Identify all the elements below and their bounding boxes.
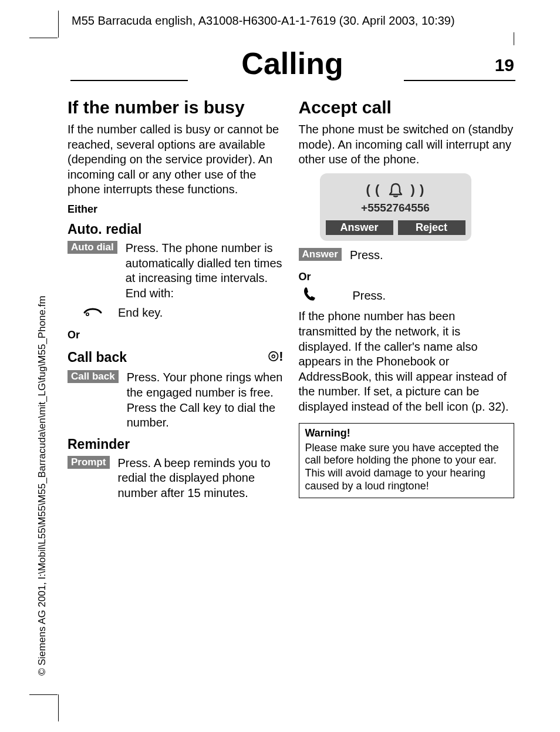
row-call-key: Press.	[299, 286, 515, 305]
softkey-auto-dial[interactable]: Auto dial	[68, 241, 117, 254]
warning-title: Warning!	[305, 427, 508, 439]
row-prompt: Prompt Press. A beep reminds you to redi…	[68, 456, 284, 501]
heading-reminder: Reminder	[68, 436, 284, 452]
crop-mark	[514, 32, 514, 45]
title-rule	[404, 80, 515, 81]
bell-icon	[387, 182, 404, 199]
intro-busy: If the number called is busy or cannot b…	[68, 122, 284, 197]
label-either: Either	[68, 203, 284, 216]
text-call-key-press: Press.	[353, 288, 515, 304]
text-answer-press: Press.	[350, 248, 514, 263]
para-caller-info: If the phone number has been transmitted…	[299, 309, 515, 414]
text-prompt: Press. A beep reminds you to redial the …	[118, 456, 284, 501]
side-copyright: © Siemens AG 2001, I:\Mobil\L55\M55\M55_…	[36, 296, 48, 676]
text-end-key: End key.	[118, 305, 284, 321]
text-auto-dial: Press. The phone number is automatically…	[126, 241, 284, 301]
crop-mark	[58, 694, 59, 721]
crop-mark	[29, 694, 58, 695]
chapter-title: Calling	[241, 46, 343, 80]
warning-box: Warning! Please make sure you have accep…	[299, 423, 515, 499]
softkey-call-back[interactable]: Call back	[68, 370, 119, 383]
phone-screen-mock: ( ( ) ) +5552764556 Answer Reject	[320, 173, 471, 241]
left-column: If the number is busy If the number call…	[68, 94, 284, 505]
page: M55 Barracuda english, A31008-H6300-A1-1…	[0, 0, 560, 732]
intro-accept: The phone must be switched on (standby m…	[299, 122, 515, 167]
title-rule	[70, 80, 188, 81]
end-key-icon	[68, 304, 118, 321]
incoming-number: +5552764556	[326, 202, 465, 214]
heading-busy: If the number is busy	[68, 98, 284, 117]
softkey-prompt[interactable]: Prompt	[68, 456, 110, 469]
heading-call-back: Call back	[68, 350, 127, 365]
running-head: M55 Barracuda english, A31008-H6300-A1-1…	[72, 14, 490, 28]
svg-point-0	[86, 313, 89, 315]
warning-body: Please make sure you have accepted the c…	[305, 442, 508, 493]
row-end-key: End key.	[68, 304, 284, 321]
chapter-area: Calling 19	[70, 46, 514, 81]
heading-accept-call: Accept call	[299, 98, 515, 117]
page-number: 19	[495, 55, 514, 75]
softkey-answer-badge[interactable]: Answer	[299, 248, 342, 261]
call-key-icon	[299, 286, 353, 305]
heading-auto-redial: Auto. redial	[68, 221, 284, 237]
text-call-back: Press. Your phone rings when the engaged…	[127, 370, 284, 430]
label-or-1: Or	[68, 329, 284, 341]
label-or-2: Or	[299, 271, 515, 283]
right-column: Accept call The phone must be switched o…	[299, 94, 515, 505]
chapter-title-wrap: Calling 19	[70, 46, 514, 81]
incoming-call-icon-row: ( ( ) )	[326, 182, 465, 199]
softkey-bar: Answer Reject	[326, 220, 465, 235]
row-call-back: Call back Press. Your phone rings when t…	[68, 370, 284, 430]
service-dependent-icon: ⦾!	[268, 349, 283, 364]
softkey-reject[interactable]: Reject	[398, 220, 465, 235]
softkey-answer[interactable]: Answer	[326, 220, 393, 235]
crop-mark	[58, 11, 59, 38]
row-answer-press: Answer Press.	[299, 248, 515, 263]
row-auto-dial: Auto dial Press. The phone number is aut…	[68, 241, 284, 301]
content-columns: If the number is busy If the number call…	[68, 94, 514, 505]
crop-mark	[29, 38, 58, 38]
